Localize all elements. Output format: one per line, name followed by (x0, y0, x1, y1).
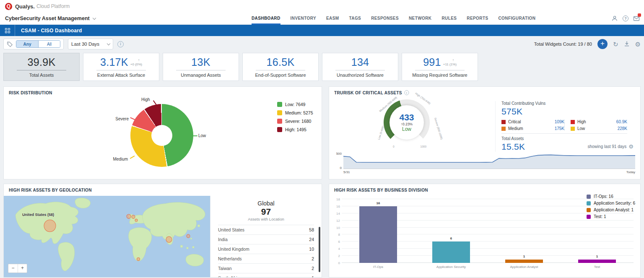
division-bar[interactable] (432, 242, 470, 263)
tab-easm[interactable]: EASM (326, 13, 339, 25)
legend-item[interactable]: High: 1495 (277, 127, 313, 132)
legend-swatch (277, 119, 282, 124)
zoom-in-button[interactable]: + (18, 264, 27, 273)
vuln-high-row[interactable]: High 60.9K (571, 120, 627, 124)
kpi-delta: ↑ +0 (0%) (130, 58, 142, 67)
widget-title: HIGH RISK ASSETS BY GEOLOCATION (9, 187, 92, 192)
vuln-medium-row[interactable]: Medium 175K (501, 126, 564, 131)
mail-icon[interactable] (633, 15, 640, 22)
kpi-card-unauthorized-software[interactable]: 134 Unauthorized Software (322, 53, 398, 81)
gear-icon[interactable]: ⚙ (628, 144, 634, 149)
add-widget-button[interactable]: + (597, 39, 608, 49)
chevron-down-icon (92, 16, 96, 19)
nav-bar: CyberSecurity Asset Management DASHBOARD… (0, 13, 644, 25)
country-row[interactable]: Netherlands2 (218, 254, 314, 263)
legend-swatch (587, 208, 591, 212)
kpi-label: Unauthorized Software (337, 73, 384, 78)
legend-item[interactable]: Medium: 5275 (277, 110, 313, 115)
qualys-logo-icon: Q (5, 3, 12, 10)
division-bar[interactable] (505, 260, 543, 263)
gauge-min: 0 (393, 145, 395, 148)
widgets-count: Total Widgets Count: 19 / 80 (534, 42, 592, 47)
dashboard-switcher-button[interactable] (0, 25, 15, 36)
legend-item[interactable]: Application Security: 6 (587, 201, 635, 205)
legend-label: Low: 7649 (285, 102, 305, 107)
low-swatch (571, 127, 575, 131)
zoom-out-button[interactable]: − (8, 264, 18, 273)
trurisk-widget: TRURISK OF CRITICAL ASSETS i 433 ↑0.23% … (329, 86, 641, 179)
top-header: Q Qualys. Cloud Platform (0, 0, 644, 13)
map-zoom-controls: − + (8, 264, 27, 273)
vuln-critical-row[interactable]: Critical 109K (501, 120, 564, 124)
legend-item[interactable]: Test: 1 (587, 214, 635, 219)
country-row[interactable]: United Kingdom10 (218, 244, 314, 254)
legend-label: IT-Ops: 16 (594, 194, 613, 199)
date-range-value: Last 30 Days (71, 42, 99, 47)
total-vulns-value[interactable]: 575K (501, 107, 634, 117)
trurisk-gauge[interactable]: 433 ↑0.23% Low Low (0-499) Medium (500-6… (384, 99, 430, 145)
vuln-low-row[interactable]: Low 228K (571, 126, 627, 131)
business-division-widget: HIGH RISK ASSETS BY BUSINESS DIVISION IT… (329, 184, 641, 278)
download-icon[interactable] (624, 41, 630, 47)
scrollbar[interactable] (319, 227, 320, 272)
legend-item[interactable]: Low: 7649 (277, 102, 313, 107)
country-row[interactable]: India24 (218, 234, 314, 244)
kpi-label: Unmanaged Assets (181, 73, 221, 78)
info-icon[interactable]: i (117, 41, 124, 47)
kpi-card-unmanaged-assets[interactable]: 13K Unmanaged Assets (163, 53, 239, 81)
legend-label: Severe: 1680 (285, 119, 311, 124)
legend-swatch (587, 215, 591, 219)
widget-title: TRURISK OF CRITICAL ASSETS (334, 90, 402, 95)
legend-item[interactable]: Application Analyst: 1 (587, 208, 635, 212)
filter-bar: Any All Last 30 Days i Total Widgets Cou… (3, 36, 641, 52)
trurisk-level: Low (402, 126, 411, 132)
tab-reports[interactable]: REPORTS (467, 13, 488, 25)
country-row[interactable]: Taiwan2 (218, 263, 314, 273)
refresh-icon[interactable]: ↻ (613, 41, 618, 47)
risk-donut-chart[interactable]: High Severe Medium Low (130, 104, 193, 167)
legend-item[interactable]: Severe: 1680 (277, 119, 313, 124)
tab-tags[interactable]: TAGS (349, 13, 361, 25)
tag-filter-control: Any All (3, 39, 64, 49)
legend-swatch (587, 195, 591, 199)
date-range-dropdown[interactable]: Last 30 Days (68, 39, 113, 49)
country-row[interactable]: United States58 (218, 225, 314, 234)
kpi-value: 13K (191, 56, 210, 68)
kpi-value: 39.9K (28, 56, 56, 68)
legend-label: Application Security: 6 (594, 201, 635, 205)
all-toggle[interactable]: All (38, 41, 60, 47)
world-map[interactable]: United States (58) − + (4, 196, 210, 277)
country-row[interactable]: South Africa1 (218, 273, 314, 278)
tab-rules[interactable]: RULES (441, 13, 457, 25)
sparkline-ymax: 500 (332, 152, 342, 156)
kpi-card-end-of-support-software[interactable]: 16.5K End-of-Support Software (242, 53, 319, 81)
gear-icon[interactable]: ⚙ (635, 41, 641, 47)
kpi-card-external-attack-surface[interactable]: 3.17K ↑ +0 (0%) External Attack Surface (83, 53, 159, 81)
app-switcher[interactable]: CyberSecurity Asset Management (5, 16, 96, 21)
tab-network[interactable]: NETWORK (409, 13, 431, 25)
tab-responses[interactable]: RESPONSES (371, 13, 399, 25)
trurisk-score: 433 (399, 113, 414, 122)
info-icon[interactable]: i (404, 90, 409, 95)
tab-dashboard[interactable]: DASHBOARD (252, 13, 280, 25)
legend-label: Application Analyst: 1 (594, 208, 634, 212)
tab-inventory[interactable]: INVENTORY (291, 13, 316, 25)
kpi-card-total-assets[interactable]: 39.9K Total Assets (3, 53, 80, 81)
legend-item[interactable]: IT-Ops: 16 (587, 194, 635, 199)
bubble-netherlands (135, 219, 138, 221)
division-bar[interactable] (578, 260, 616, 263)
dashboard-bar: CSAM - CISO Dashboard (0, 25, 644, 36)
brand-suffix: Cloud Platform (36, 3, 70, 9)
widget-title: RISK DISTRIBUTION (9, 90, 52, 95)
tab-configuration[interactable]: CONFIGURATION (499, 13, 536, 25)
kpi-value: 991 (423, 56, 441, 68)
geolocation-widget: HIGH RISK ASSETS BY GEOLOCATION (3, 184, 322, 278)
any-toggle[interactable]: Any (16, 41, 38, 47)
dashboard-title: CSAM - CISO Dashboard (21, 28, 82, 34)
help-icon[interactable]: ? (623, 16, 628, 21)
map-bubble-label: United States (58) (22, 213, 54, 217)
kpi-card-missing-required-software[interactable]: 991 ↑ +11 (1%) Missing Required Software (402, 53, 478, 81)
division-bar[interactable] (359, 206, 397, 263)
trurisk-timeline-chart[interactable] (343, 154, 635, 169)
user-icon[interactable] (611, 15, 618, 22)
